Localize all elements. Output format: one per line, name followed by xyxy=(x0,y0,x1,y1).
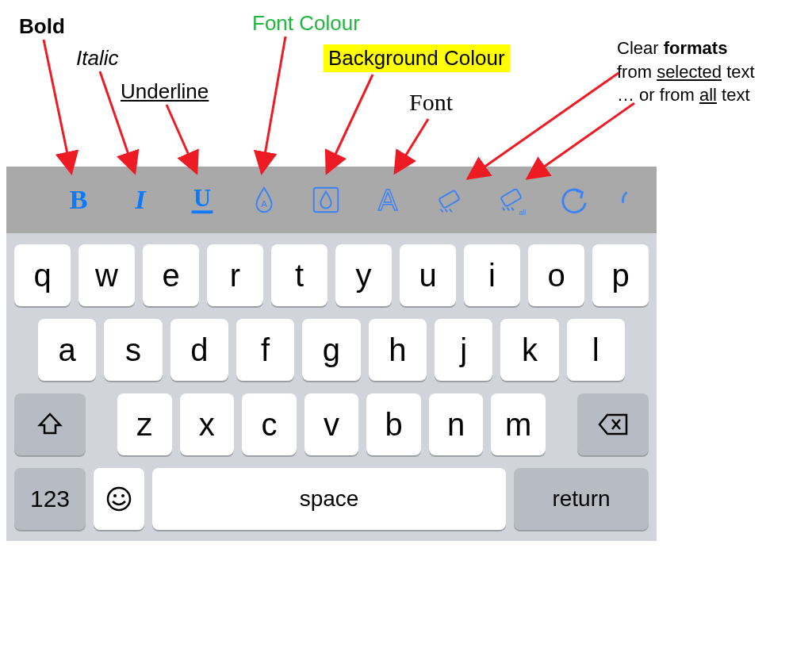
backspace-key[interactable] xyxy=(577,393,649,455)
key-d[interactable]: d xyxy=(170,319,228,381)
key-n[interactable]: n xyxy=(429,393,484,455)
font-button[interactable]: A xyxy=(371,182,404,217)
keyboard-container: B I U A A xyxy=(6,167,657,541)
emoji-key[interactable] xyxy=(94,468,144,530)
key-q[interactable]: q xyxy=(14,244,71,306)
key-b[interactable]: b xyxy=(366,393,421,455)
svg-point-20 xyxy=(121,494,124,497)
keyboard-rows: q w e r t y u i o p a s d f g h j k l xyxy=(6,233,657,533)
keyboard-row-3: z x c v b n m xyxy=(14,393,649,455)
key-g[interactable]: g xyxy=(302,319,360,381)
svg-line-3 xyxy=(262,36,285,173)
annotation-bold: Bold xyxy=(19,14,65,39)
key-l[interactable]: l xyxy=(567,319,625,381)
svg-text:I: I xyxy=(134,184,147,214)
key-v[interactable]: v xyxy=(304,393,359,455)
svg-text:U: U xyxy=(193,185,211,212)
svg-text:A: A xyxy=(261,199,267,209)
key-c[interactable]: c xyxy=(242,393,297,455)
clear-selected-format-button[interactable] xyxy=(433,182,466,217)
svg-line-6 xyxy=(468,73,619,178)
annotation-font: Font xyxy=(409,89,453,116)
key-s[interactable]: s xyxy=(104,319,162,381)
keyboard-row-2: a s d f g h j k l xyxy=(14,319,649,381)
key-x[interactable]: x xyxy=(180,393,235,455)
svg-rect-16 xyxy=(500,189,522,207)
clear-all-format-button[interactable]: all xyxy=(495,182,528,217)
key-k[interactable]: k xyxy=(500,319,558,381)
annotation-font-colour: Font Colour xyxy=(252,11,360,36)
svg-line-2 xyxy=(167,105,197,173)
svg-line-4 xyxy=(327,75,373,173)
bold-button[interactable]: B xyxy=(62,182,95,217)
key-e[interactable]: e xyxy=(143,244,199,306)
svg-point-18 xyxy=(108,488,130,510)
undo-button[interactable] xyxy=(557,182,590,217)
annotation-underline: Underline xyxy=(121,79,209,104)
shift-key[interactable] xyxy=(14,393,86,455)
key-j[interactable]: j xyxy=(435,319,492,381)
formatting-toolbar: B I U A A xyxy=(6,167,657,233)
backspace-icon xyxy=(598,413,628,435)
svg-line-0 xyxy=(44,40,71,173)
redo-button[interactable] xyxy=(619,182,652,217)
svg-text:B: B xyxy=(70,184,88,214)
key-i[interactable]: i xyxy=(464,244,520,306)
keyboard-row-1: q w e r t y u i o p xyxy=(14,244,649,306)
shift-icon xyxy=(36,411,63,438)
font-colour-button[interactable]: A xyxy=(247,182,281,217)
annotation-italic: Italic xyxy=(76,46,118,71)
italic-button[interactable]: I xyxy=(124,182,157,217)
keyboard-row-4: 123 space return xyxy=(14,468,649,530)
key-u[interactable]: u xyxy=(400,244,456,306)
key-w[interactable]: w xyxy=(79,244,135,306)
annotation-layer: Bold Italic Underline Font Colour Backgr… xyxy=(0,0,812,167)
key-z[interactable]: z xyxy=(117,393,172,455)
space-key[interactable]: space xyxy=(152,468,506,530)
return-key[interactable]: return xyxy=(514,468,649,530)
key-a[interactable]: a xyxy=(38,319,96,381)
key-h[interactable]: h xyxy=(369,319,427,381)
key-o[interactable]: o xyxy=(528,244,584,306)
annotation-clear: Clear formats from selected text … or fr… xyxy=(617,36,799,107)
key-r[interactable]: r xyxy=(207,244,263,306)
svg-text:all: all xyxy=(519,209,527,217)
svg-rect-15 xyxy=(439,190,460,209)
svg-point-19 xyxy=(113,494,117,497)
key-p[interactable]: p xyxy=(592,244,649,306)
emoji-icon xyxy=(105,485,132,512)
annotation-background-colour: Background Colour xyxy=(324,44,510,72)
svg-line-1 xyxy=(100,71,135,173)
background-colour-button[interactable] xyxy=(309,182,343,217)
underline-button[interactable]: U xyxy=(186,182,219,217)
key-t[interactable]: t xyxy=(271,244,327,306)
key-y[interactable]: y xyxy=(335,244,392,306)
svg-text:A: A xyxy=(378,184,398,217)
key-m[interactable]: m xyxy=(491,393,546,455)
numeric-key[interactable]: 123 xyxy=(14,468,86,530)
svg-line-5 xyxy=(395,119,428,173)
key-f[interactable]: f xyxy=(236,319,294,381)
